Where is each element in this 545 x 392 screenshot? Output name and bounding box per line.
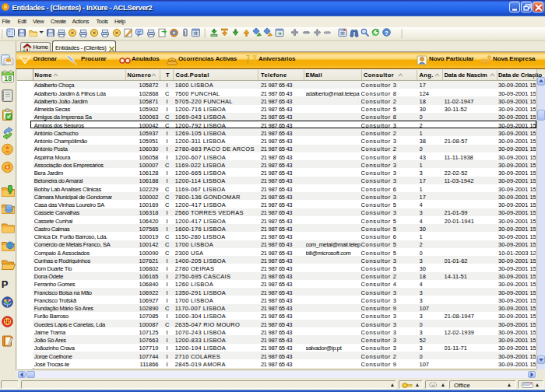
svg-text:18: 18: [4, 75, 12, 82]
svg-text:?: ?: [385, 30, 389, 37]
svg-text:P: P: [2, 278, 9, 290]
